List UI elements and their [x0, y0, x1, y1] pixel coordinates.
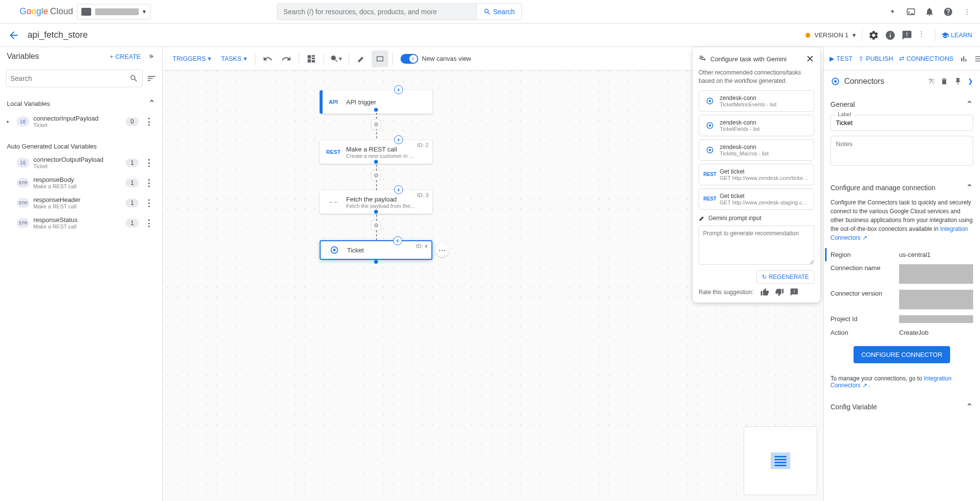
variable-row[interactable]: STR responseStatusMake a REST call 1 ⋮ [7, 214, 155, 234]
version-selector[interactable]: VERSION 1 ▾ [805, 31, 855, 39]
variable-sub: Make a REST call [33, 224, 122, 229]
version-label: VERSION 1 [814, 31, 848, 39]
edge-settings-icon[interactable]: ⚙ [371, 171, 381, 180]
select-mode-icon[interactable] [372, 50, 388, 67]
configure-description: Configure the Connectors task to quickly… [830, 198, 973, 242]
pen-icon[interactable] [353, 50, 370, 67]
variables-search[interactable] [6, 70, 143, 87]
gemini-suggestion[interactable]: REST Get ticketGET http://www.zendesk-st… [699, 188, 814, 210]
rest-icon: REST [704, 193, 716, 205]
notes-field[interactable] [830, 136, 973, 166]
variables-search-input[interactable] [10, 75, 129, 82]
learn-label: LEARN [951, 31, 972, 39]
regenerate-button[interactable]: ↻ REGENERATE [756, 270, 814, 284]
variable-row[interactable]: ▸ {J} connectorInputPayload Ticket 0 ⋮ [7, 113, 155, 133]
pin-icon[interactable] [954, 77, 962, 85]
node-ticket[interactable]: Ticket ID: 4 + ⋯ [320, 240, 432, 260]
variables-title: Variables [7, 52, 39, 61]
search-input[interactable] [277, 8, 476, 16]
gemini-suggestion[interactable]: zendesk-connTicketFields - list [699, 115, 814, 136]
minimap[interactable] [744, 426, 817, 495]
auto-variables-header: Auto Generated Local Variables [7, 139, 155, 154]
toggle-switch[interactable] [401, 54, 418, 64]
help-icon[interactable] [943, 6, 954, 17]
node-add-icon[interactable]: + [393, 236, 402, 245]
configure-connector-button[interactable]: CONFIGURE CONNECTOR [854, 346, 950, 363]
gemini-suggestion[interactable]: REST Get ticketGET http://www.zendesk.co… [699, 164, 814, 185]
edge-settings-icon[interactable]: ⚙ [371, 120, 381, 129]
redo-icon[interactable] [278, 50, 295, 67]
svg-rect-0 [377, 56, 383, 61]
chevron-up-icon: ⌃ [966, 401, 973, 412]
node-add-icon[interactable]: + [394, 85, 403, 94]
config-variable-header[interactable]: Config Variable ⌃ [830, 400, 973, 417]
expand-icon[interactable]: ▸ [7, 119, 13, 124]
global-search[interactable]: Search [277, 3, 522, 20]
variable-more-icon[interactable]: ⋮ [143, 198, 155, 208]
hamburger-menu-icon[interactable] [4, 6, 16, 18]
variable-row[interactable]: STR responseBodyMake a REST call 1 ⋮ [7, 174, 155, 194]
triggers-dropdown[interactable]: TRIGGERS ▾ [169, 52, 215, 65]
label-input[interactable] [836, 119, 968, 126]
search-button[interactable]: Search [476, 4, 522, 20]
more-icon[interactable]: ⋮ [961, 6, 972, 17]
zoom-icon[interactable]: ▾ [328, 50, 345, 67]
chevron-right-icon[interactable]: ❯ [968, 77, 973, 85]
local-variables-header[interactable]: Local Variables ⌃ [7, 94, 155, 113]
more-vert-icon[interactable]: ⋮ [918, 30, 929, 41]
gemini-suggestion[interactable]: zendesk-connTicketMetricEvents - list [699, 90, 814, 112]
canvas-content[interactable]: API API trigger + ⚙ REST Make a REST cal… [163, 71, 823, 501]
delete-icon[interactable] [940, 77, 948, 85]
play-icon: ▶ [829, 55, 834, 62]
notifications-icon[interactable] [924, 6, 935, 17]
svg-point-8 [709, 149, 711, 151]
node-add-icon[interactable]: + [394, 135, 403, 144]
chevron-up-icon: ⌃ [966, 99, 973, 110]
thumbs-up-icon[interactable] [760, 288, 769, 297]
notes-input[interactable] [836, 140, 968, 160]
settings-icon[interactable] [868, 30, 879, 41]
variable-row[interactable]: {J} connectorOutputPayloadTicket 1 ⋮ [7, 154, 155, 174]
list-icon[interactable] [974, 54, 980, 63]
learn-button[interactable]: LEARN [941, 31, 972, 39]
node-id: ID: 2 [417, 142, 428, 148]
variable-more-icon[interactable]: ⋮ [143, 157, 155, 168]
publish-button[interactable]: ⇧PUBLISH [858, 55, 893, 62]
tasks-dropdown[interactable]: TASKS ▾ [217, 52, 251, 65]
create-variable-button[interactable]: + CREATE [110, 53, 141, 60]
label-field[interactable]: Label [830, 115, 973, 131]
test-button[interactable]: ▶TEST [829, 55, 853, 62]
variable-more-icon[interactable]: ⋮ [143, 177, 155, 188]
gemini-spark-icon[interactable]: ✦ [887, 6, 898, 17]
report-icon[interactable] [790, 288, 799, 297]
connector-icon [704, 95, 716, 107]
collapse-panel-icon[interactable] [147, 52, 155, 61]
gemini-prompt-input[interactable] [699, 225, 814, 265]
gcp-logo[interactable]: Google Cloud [20, 6, 73, 17]
layout-icon[interactable] [303, 50, 320, 67]
edge-settings-icon[interactable]: ⚙ [371, 221, 381, 230]
variable-more-icon[interactable]: ⋮ [143, 116, 155, 127]
manage-note: To manage your connections, go to Integr… [824, 375, 980, 395]
node-context-menu[interactable]: ⋯ [435, 243, 449, 257]
variable-row[interactable]: STR responseHeaderMake a REST call 1 ⋮ [7, 194, 155, 214]
info-icon[interactable] [885, 30, 896, 41]
chart-icon[interactable] [959, 54, 968, 63]
thumbs-down-icon[interactable] [775, 288, 784, 297]
filter-icon[interactable] [147, 74, 156, 83]
cloud-shell-icon[interactable] [905, 6, 916, 17]
help-icon[interactable]: ?⃝ [929, 77, 934, 85]
configure-section-header[interactable]: Configure and manage connection ⌃ [830, 180, 973, 198]
feedback-icon[interactable] [902, 30, 912, 41]
project-selector[interactable]: ▾ [77, 4, 151, 20]
back-button[interactable] [8, 29, 20, 41]
new-canvas-toggle[interactable]: New canvas view [401, 54, 471, 64]
variable-more-icon[interactable]: ⋮ [143, 218, 155, 228]
gemini-suggestion[interactable]: zendesk-connTickets_Macros - list [699, 139, 814, 161]
node-add-icon[interactable]: + [394, 185, 403, 194]
connections-button[interactable]: ⇄CONNECTIONS [899, 55, 954, 62]
undo-icon[interactable] [259, 50, 276, 67]
close-icon[interactable]: ✕ [806, 53, 814, 65]
variable-count-badge: 1 [126, 178, 139, 187]
rating-row: Rate this suggestion: [699, 288, 814, 297]
